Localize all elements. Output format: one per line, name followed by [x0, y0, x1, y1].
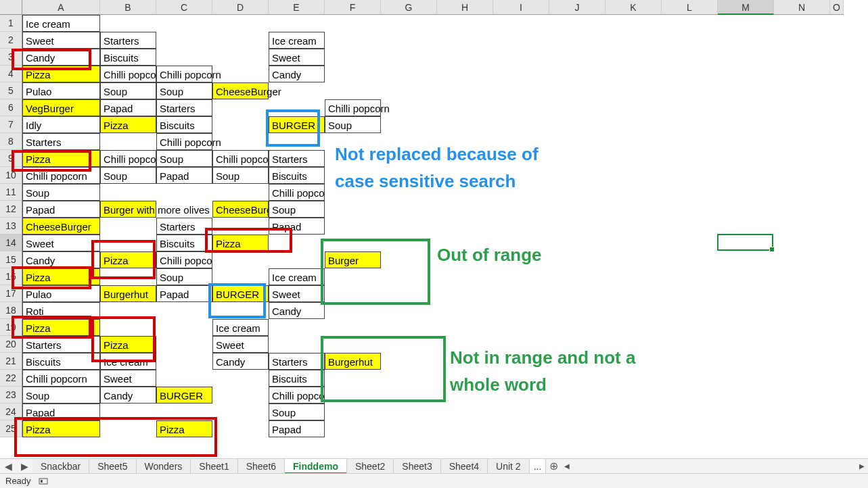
cell-C6[interactable]: Starters: [156, 99, 212, 116]
cell-B20[interactable]: Pizza: [100, 336, 156, 353]
cell-E25[interactable]: Papad: [269, 420, 325, 437]
cell-A22[interactable]: Chilli popcorn: [22, 370, 100, 387]
row-header-21[interactable]: 21: [0, 353, 22, 370]
cell-E16[interactable]: Ice cream: [269, 268, 325, 285]
cell-E12[interactable]: Soup: [269, 201, 325, 218]
row-header-2[interactable]: 2: [0, 32, 22, 49]
cell-A5[interactable]: Pulao: [22, 82, 100, 99]
cell-A9[interactable]: Pizza: [22, 150, 100, 167]
cell-A6[interactable]: VegBurger: [22, 99, 100, 116]
cell-D5[interactable]: CheeseBurger: [212, 82, 269, 99]
row-header-13[interactable]: 13: [0, 218, 22, 235]
cell-C7[interactable]: Biscuits: [156, 116, 212, 133]
cell-B9[interactable]: Chilli popcorn: [100, 150, 156, 167]
cell-C5[interactable]: Soup: [156, 82, 212, 99]
cell-F6[interactable]: Chilli popcorn: [325, 99, 381, 116]
cell-C16[interactable]: Soup: [156, 268, 212, 285]
cell-B2[interactable]: Starters: [100, 32, 156, 49]
sheet-tab-sheet1[interactable]: Sheet1: [191, 459, 237, 474]
row-header-11[interactable]: 11: [0, 184, 22, 201]
row-header-7[interactable]: 7: [0, 116, 22, 133]
cell-A16[interactable]: Pizza: [22, 268, 100, 285]
col-header-M[interactable]: M: [718, 0, 774, 15]
cell-B10[interactable]: Soup: [100, 167, 156, 184]
sheet-tab-sheet5[interactable]: Sheet5: [89, 459, 136, 474]
cell-D17[interactable]: BURGER: [212, 285, 269, 302]
cell-A1[interactable]: Ice cream: [22, 15, 100, 32]
cell-A15[interactable]: Candy: [22, 251, 100, 268]
col-header-O[interactable]: O: [830, 0, 844, 15]
row-header-10[interactable]: 10: [0, 167, 22, 184]
cell-C14[interactable]: Biscuits: [156, 235, 212, 251]
cell-E10[interactable]: Biscuits: [269, 167, 325, 184]
select-all-corner[interactable]: [0, 0, 22, 15]
cell-A2[interactable]: Sweet: [22, 32, 100, 49]
cell-A21[interactable]: Biscuits: [22, 353, 100, 370]
spreadsheet-grid[interactable]: ABCDEFGHIJKLMNO 123456789101112131415161…: [0, 0, 868, 462]
cell-E21[interactable]: Starters: [269, 353, 325, 370]
row-header-19[interactable]: 19: [0, 319, 22, 336]
cell-B17[interactable]: Burgerhut: [100, 285, 156, 302]
sheet-tab-sheet2[interactable]: Sheet2: [347, 459, 394, 474]
sheet-tab-snackbar[interactable]: Snackbar: [32, 459, 89, 474]
cell-D14[interactable]: Pizza: [212, 235, 269, 251]
col-header-J[interactable]: J: [549, 0, 606, 15]
cell-E9[interactable]: Starters: [269, 150, 325, 167]
sheet-tab-sheet3[interactable]: Sheet3: [394, 459, 440, 474]
col-header-G[interactable]: G: [381, 0, 437, 15]
tab-nav-prev[interactable]: ◀: [0, 459, 16, 474]
tab-nav-next[interactable]: ▶: [16, 459, 32, 474]
col-header-B[interactable]: B: [100, 0, 156, 15]
col-header-H[interactable]: H: [437, 0, 493, 15]
col-header-K[interactable]: K: [606, 0, 662, 15]
cell-A14[interactable]: Sweet: [22, 235, 100, 251]
col-header-L[interactable]: L: [662, 0, 718, 15]
cell-D21[interactable]: Candy: [212, 353, 269, 370]
cell-A17[interactable]: Pulao: [22, 285, 100, 302]
cell-A13[interactable]: CheeseBurger: [22, 218, 100, 235]
row-header-8[interactable]: 8: [0, 133, 22, 150]
row-header-18[interactable]: 18: [0, 302, 22, 319]
cell-C17[interactable]: Papad: [156, 285, 212, 302]
cell-E23[interactable]: Chilli popcorn: [269, 387, 325, 404]
sheet-tab-sheet6[interactable]: Sheet6: [238, 459, 285, 474]
cell-E18[interactable]: Candy: [269, 302, 325, 319]
cell-C25[interactable]: Pizza: [156, 420, 212, 437]
cell-F21[interactable]: Burgerhut: [325, 353, 381, 370]
col-header-N[interactable]: N: [774, 0, 830, 15]
cell-B23[interactable]: Candy: [100, 387, 156, 404]
cell-A11[interactable]: Soup: [22, 184, 100, 201]
cell-E3[interactable]: Sweet: [269, 49, 325, 66]
row-header-15[interactable]: 15: [0, 251, 22, 268]
cell-B5[interactable]: Soup: [100, 82, 156, 99]
row-header-1[interactable]: 1: [0, 15, 22, 32]
row-header-12[interactable]: 12: [0, 201, 22, 218]
cell-D9[interactable]: Chilli popcorn: [212, 150, 269, 167]
sheet-tab-unit 2[interactable]: Unit 2: [488, 459, 530, 474]
cell-A24[interactable]: Papad: [22, 404, 100, 420]
macro-recorder-icon[interactable]: [38, 476, 49, 487]
cell-C15[interactable]: Chilli popcorn: [156, 251, 212, 268]
cell-A12[interactable]: Papad: [22, 201, 100, 218]
cell-E24[interactable]: Soup: [269, 404, 325, 420]
cell-A20[interactable]: Starters: [22, 336, 100, 353]
cell-E22[interactable]: Biscuits: [269, 370, 325, 387]
col-header-D[interactable]: D: [212, 0, 269, 15]
cell-B6[interactable]: Papad: [100, 99, 156, 116]
cell-A19[interactable]: Pizza: [22, 319, 100, 336]
row-header-6[interactable]: 6: [0, 99, 22, 116]
cell-D10[interactable]: Soup: [212, 167, 269, 184]
row-header-20[interactable]: 20: [0, 336, 22, 353]
cell-A10[interactable]: Chilli popcorn: [22, 167, 100, 184]
scroll-right-icon[interactable]: ▶: [857, 462, 867, 471]
more-sheets[interactable]: ...: [530, 459, 547, 474]
cell-A7[interactable]: Idly: [22, 116, 100, 133]
sheet-tab-sheet4[interactable]: Sheet4: [441, 459, 488, 474]
col-header-E[interactable]: E: [269, 0, 325, 15]
row-header-9[interactable]: 9: [0, 150, 22, 167]
row-header-14[interactable]: 14: [0, 235, 22, 251]
cell-C4[interactable]: Chilli popcorn: [156, 66, 212, 82]
horizontal-scrollbar[interactable]: ◀ ▶: [561, 462, 868, 471]
row-header-16[interactable]: 16: [0, 268, 22, 285]
cell-C8[interactable]: Chilli popcorn: [156, 133, 212, 150]
